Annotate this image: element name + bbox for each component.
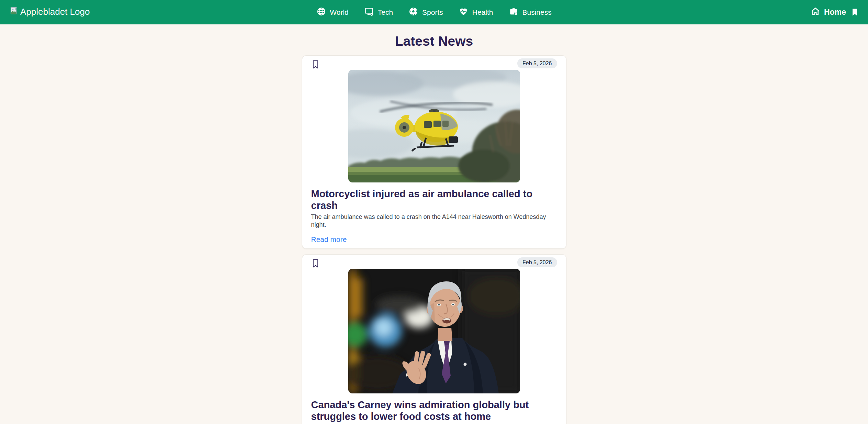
bookmark-outline-icon[interactable] — [312, 60, 319, 69]
nav-label: World — [330, 8, 348, 16]
briefcase-clock-icon — [509, 7, 518, 18]
nav-item-tech[interactable]: Tech — [364, 7, 393, 18]
article-card: Feb 5, 2026 — [302, 55, 566, 249]
article-image-helicopter — [348, 70, 520, 182]
article-image-carney — [348, 269, 520, 393]
logo-alt-text: Applebladet Logo — [20, 7, 90, 17]
article-feed: Feb 5, 2026 — [302, 55, 566, 424]
nav-item-world[interactable]: World — [316, 7, 348, 18]
nav-label: Health — [472, 8, 493, 16]
article-title: Canada's Carney wins admiration globally… — [311, 399, 557, 422]
article-date-badge: Feb 5, 2026 — [517, 257, 557, 267]
nav-item-business[interactable]: Business — [509, 7, 552, 18]
heart-pulse-icon — [459, 7, 468, 18]
article-title: Motorcyclist injured as air ambulance ca… — [311, 188, 557, 211]
home-label: Home — [824, 8, 846, 17]
page-title: Latest News — [0, 34, 868, 49]
nav-label: Sports — [422, 8, 443, 16]
nav-item-sports[interactable]: Sports — [409, 7, 443, 18]
card-top-row: Feb 5, 2026 — [311, 257, 557, 268]
soccer-ball-icon — [409, 7, 418, 18]
site-logo-broken-image[interactable]: Applebladet Logo — [9, 7, 90, 18]
main-nav: World Tech — [316, 0, 551, 24]
top-navigation-bar: Applebladet Logo World — [0, 0, 868, 24]
bookmark-filled-icon[interactable] — [850, 8, 859, 16]
nav-label: Business — [522, 8, 552, 16]
article-date-badge: Feb 5, 2026 — [517, 58, 557, 68]
home-link[interactable]: Home — [811, 7, 846, 18]
globe-icon — [316, 7, 326, 18]
home-icon — [811, 7, 820, 18]
monitor-gear-icon — [364, 7, 374, 18]
nav-label: Tech — [378, 8, 393, 16]
nav-item-health[interactable]: Health — [459, 7, 493, 18]
bookmark-outline-icon[interactable] — [312, 259, 319, 268]
broken-image-icon — [9, 7, 19, 18]
header-right-actions: Home — [811, 7, 859, 18]
read-more-link[interactable]: Read more — [311, 235, 347, 244]
article-summary: The air ambulance was called to a crash … — [311, 213, 557, 228]
article-card: Feb 5, 2026 — [302, 254, 566, 424]
card-top-row: Feb 5, 2026 — [311, 58, 557, 69]
news-feed-page: Latest News Feb 5, 2026 — [0, 34, 868, 424]
